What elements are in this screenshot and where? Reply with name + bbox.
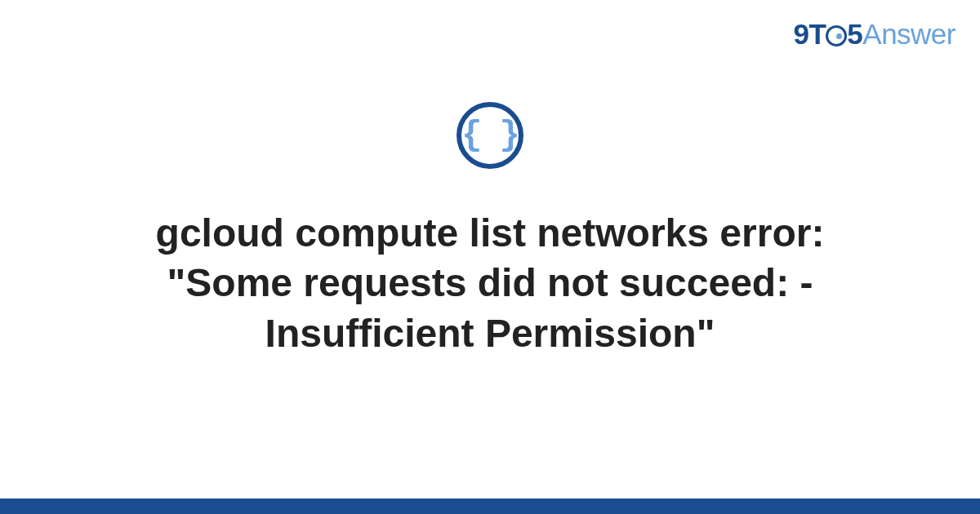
page-title: gcloud compute list networks error: "Som…	[106, 208, 874, 358]
site-logo: 9T5Answer	[793, 18, 956, 51]
main-content: { } gcloud compute list networks error: …	[0, 102, 980, 358]
logo-t: T	[808, 18, 826, 50]
logo-zero-icon	[826, 18, 847, 51]
braces-glyph: { }	[461, 118, 519, 153]
logo-nine: 9	[793, 18, 808, 50]
footer-bar	[0, 498, 980, 514]
braces-icon: { }	[457, 102, 523, 169]
logo-five: 5	[847, 18, 862, 50]
logo-answer: Answer	[862, 18, 956, 50]
